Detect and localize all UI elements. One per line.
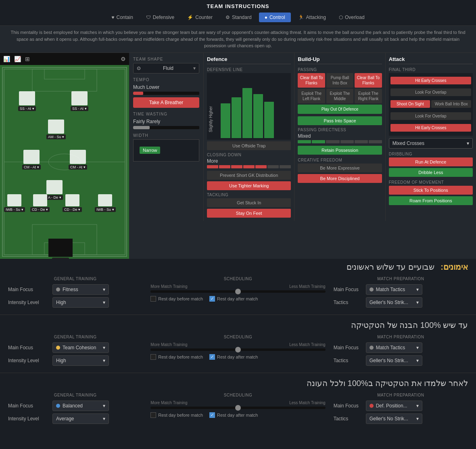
rest-after-checkbox-1[interactable]: ✓ <box>209 296 215 302</box>
passing-directness-label: PASSING DIRECTNESS <box>298 128 382 132</box>
pitch-toolbar: 📊 📈 ⊞ ⚙ <box>0 53 129 65</box>
mp-tactics-label-1: Tactics <box>334 300 366 305</box>
gt-label-3: GENERAL TRAINING <box>8 393 142 397</box>
take-breather-button[interactable]: Take A Breather <box>133 97 199 108</box>
bar-chart-icon[interactable]: 📊 <box>3 56 10 62</box>
passing-directness-value: Mixed <box>298 133 382 139</box>
pass-btn-pump[interactable]: Pump Ball Into Box <box>326 73 353 88</box>
hit-early-crosses-btn-2[interactable]: Hit Early Crosses <box>390 124 471 132</box>
gt-label-1: GENERAL TRAINING <box>8 277 142 281</box>
ft-row-3: Shoot On Sight Work Ball Into Box <box>390 100 471 108</box>
pass-btn-clear-left[interactable]: Clear Ball To Flanks <box>298 73 325 88</box>
crosses-dropdown[interactable]: Mixed Crosses ▾ <box>389 138 473 149</box>
look-for-overlap-btn-1[interactable]: Look For Overlap <box>390 88 471 96</box>
rest-after-cb-2[interactable]: ✓ <box>209 354 215 360</box>
use-offside-trap-btn[interactable]: Use Offside Trap <box>207 141 291 150</box>
run-at-defence-btn[interactable]: Run At Defence <box>389 157 473 166</box>
training-row-1: GENERAL TRAINING Main Focus Fitness ▾ In… <box>0 273 476 313</box>
sched-slider-3[interactable] <box>150 407 325 409</box>
dribble-less-btn[interactable]: Dribble Less <box>389 168 473 177</box>
player-node-gk: G - De ▾ <box>48 239 73 259</box>
grid-icon[interactable]: ⊞ <box>25 56 30 62</box>
scheduling-3: SCHEDULING More Match Training Less Matc… <box>150 393 325 424</box>
tab-contain[interactable]: ♥ Contain <box>106 13 139 22</box>
rest-before-cb-3[interactable] <box>150 412 156 418</box>
stay-on-feet-btn[interactable]: Stay On Feet <box>207 209 291 218</box>
sched-slider-1[interactable] <box>150 290 325 293</box>
def-bar-5 <box>264 102 274 138</box>
tab-counter[interactable]: ⚡ Counter <box>182 13 218 22</box>
pass-btn-exploit-right[interactable]: Exploit The Right Flank <box>355 89 382 103</box>
team-shape-arrow: ▾ <box>193 65 196 71</box>
int-arrow-1: ▾ <box>103 300 105 305</box>
stick-to-positions-btn[interactable]: Stick To Positions <box>389 186 473 195</box>
training-label: אימונים: <box>441 262 468 271</box>
mp-mf-dropdown-2[interactable]: Match Tactics ▾ <box>366 342 422 353</box>
rest-before-checkbox-1[interactable] <box>150 296 156 302</box>
be-more-expressive-btn[interactable]: Be More Expressive <box>298 164 382 172</box>
narrow-indicator: Narrow <box>140 147 160 154</box>
intensity-dropdown-2[interactable]: High ▾ <box>52 355 109 366</box>
tempo-bar <box>133 92 199 95</box>
intensity-dropdown-1[interactable]: High ▾ <box>52 297 109 308</box>
team-shape-select[interactable]: ⊙ Fluid ▾ <box>133 63 199 73</box>
control-icon: ● <box>265 15 267 20</box>
main-focus-dropdown-1[interactable]: Fitness ▾ <box>52 284 109 295</box>
intensity-row-1: Intensity Level High ▾ <box>8 297 142 308</box>
tab-overload[interactable]: ⬡ Overload <box>333 13 370 22</box>
rest-before-cb-2[interactable] <box>150 354 156 360</box>
graph-icon[interactable]: 📈 <box>14 56 21 62</box>
tempo-fill <box>133 92 143 95</box>
closing-down-value: More <box>207 158 291 164</box>
dot-blue-3 <box>56 404 60 408</box>
mp-tactics-dropdown-2[interactable]: Geller's No Strik... ▾ <box>366 355 422 366</box>
intensity-dropdown-3[interactable]: Average ▾ <box>52 413 109 424</box>
look-for-overlap-btn-2[interactable]: Look For Overlap <box>390 112 471 120</box>
main-focus-dropdown-3[interactable]: Balanced ▾ <box>52 401 109 411</box>
standard-icon: ⚙ <box>225 15 230 20</box>
pass-btn-play-out[interactable]: Play Out Of Defence <box>298 105 382 114</box>
final-third-label: FINAL THIRD <box>389 67 473 72</box>
mp-tactics-row-1: Tactics Geller's No Strik... ▾ <box>334 297 468 308</box>
prevent-gk-btn[interactable]: Prevent Short GK Distribution <box>207 171 291 180</box>
main-area: 📊 📈 ⊞ ⚙ SS - At ▾ SS - At ▾ <box>0 53 476 259</box>
top-nav: TEAM INSTRUCTIONS ♥ Contain 🛡 Defensive … <box>0 0 476 26</box>
general-training-3: GENERAL TRAINING Main Focus Balanced ▾ I… <box>8 393 142 424</box>
sched-slider-2[interactable] <box>150 348 325 351</box>
tab-attacking[interactable]: 🏃 Attacking <box>292 13 332 22</box>
checkbox-row-1: Rest day before match ✓ Rest day after m… <box>150 296 325 302</box>
player-node-cd-de-1: CD - De ▾ <box>30 194 50 212</box>
mp-label-2: MATCH PREPARATION <box>334 335 468 339</box>
be-more-disciplined-btn[interactable]: Be More Disciplined <box>298 174 382 183</box>
attacking-icon: 🏃 <box>298 15 304 20</box>
get-stuck-in-btn[interactable]: Get Stuck In <box>207 198 291 207</box>
shoot-on-sight-btn[interactable]: Shoot On Sight <box>390 100 430 108</box>
mp-mf-dropdown-3[interactable]: Def. Position... ▾ <box>366 401 422 411</box>
rest-after-cb-3[interactable]: ✓ <box>209 412 215 418</box>
tab-defensive[interactable]: 🛡 Defensive <box>140 13 180 22</box>
player-node-am-su: AM - Su ▾ <box>46 120 66 139</box>
passing-label: PASSING <box>298 67 382 72</box>
training-row-2: GENERAL TRAINING Main Focus Team Cohesio… <box>0 332 476 371</box>
settings-icon[interactable]: ⚙ <box>121 56 126 62</box>
tab-control[interactable]: ● Control <box>259 13 291 22</box>
training-header-2: עד שיש 100% הבנה של הטקטיקה <box>0 317 476 332</box>
pass-btn-clear-right[interactable]: Clear Ball To Flanks <box>355 73 382 88</box>
mp-tactics-dropdown-3[interactable]: Geller's No Strik... ▾ <box>366 413 422 424</box>
mp-mf-dropdown-1[interactable]: Match Tactics ▾ <box>366 284 422 295</box>
work-ball-btn[interactable]: Work Ball Into Box <box>431 100 471 108</box>
roam-from-positions-btn[interactable]: Roam From Positions <box>389 196 473 205</box>
tab-standard[interactable]: ⚙ Standard <box>220 13 257 22</box>
sched-labels-1: More Match Training Less Match Training <box>150 284 325 289</box>
pass-btn-exploit-left[interactable]: Exploit The Left Flank <box>298 89 325 103</box>
main-focus-dropdown-2[interactable]: Team Cohesion ▾ <box>52 342 109 353</box>
use-tighter-marking-btn[interactable]: Use Tighter Marking <box>207 181 291 190</box>
training-sections: אימונים: שבועיים עד שלוש ראשונים GENERAL… <box>0 259 476 429</box>
retain-possession-btn[interactable]: Retain Possession <box>298 146 382 155</box>
mp-tactics-dropdown-1[interactable]: Geller's No Strik... ▾ <box>366 297 422 308</box>
hit-early-crosses-btn-1[interactable]: Hit Early Crosses <box>390 77 471 84</box>
pass-btn-exploit-mid[interactable]: Exploit The Middle <box>326 89 353 103</box>
training-sub-1: שבועיים עד שלוש ראשונים <box>347 262 434 271</box>
passing-grid: Clear Ball To Flanks Pump Ball Into Box … <box>298 73 382 114</box>
pass-into-space-btn[interactable]: Pass Into Space <box>298 116 382 125</box>
